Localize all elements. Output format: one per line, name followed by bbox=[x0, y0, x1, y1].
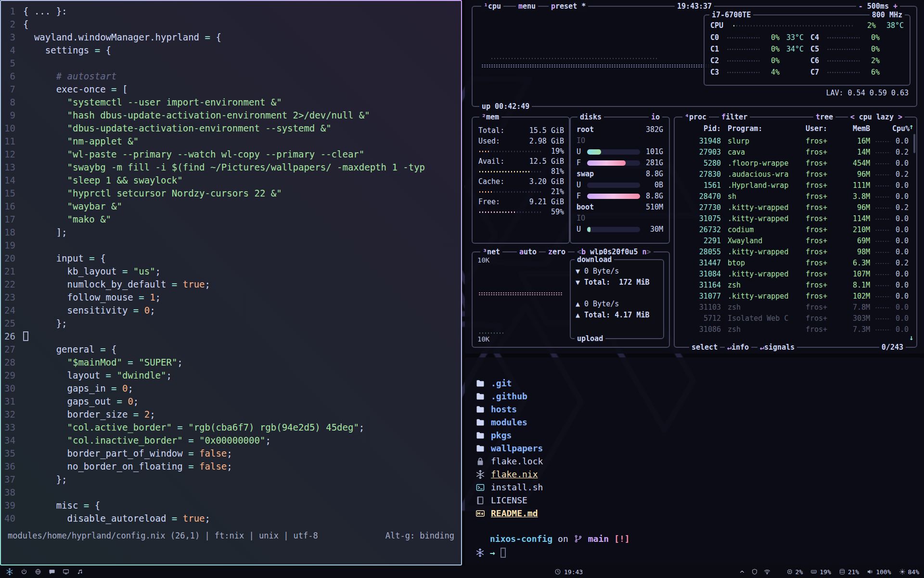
proc-row[interactable]: 27830.audacious-wrafros+96M0.2 bbox=[680, 169, 909, 180]
code-line[interactable]: 15 "hyprctl setcursor Nordzy-cursors 22 … bbox=[1, 187, 461, 200]
code-line[interactable]: 20 input = { bbox=[1, 252, 461, 265]
network-icon[interactable] bbox=[764, 568, 770, 575]
code-line[interactable]: 24 sensitivity = 0; bbox=[1, 304, 461, 317]
memory-module[interactable]: 19% bbox=[810, 568, 831, 576]
proc-tree-button[interactable]: tree bbox=[813, 112, 835, 122]
code-line[interactable]: 35 border_part_of_window = false; bbox=[1, 447, 461, 460]
proc-row[interactable]: 28055.kitty-wrappedfros+98M0.0 bbox=[680, 247, 909, 258]
proc-row[interactable]: 31447btopfros+6.3M0.2 bbox=[680, 258, 909, 269]
code-line[interactable]: 10 "dbus-update-activation-environment -… bbox=[1, 122, 461, 135]
proc-row[interactable]: 1561.Hyprland-wrapfros+111M0.0 bbox=[680, 180, 909, 191]
code-line[interactable]: 11 "nm-applet &" bbox=[1, 135, 461, 148]
code-line[interactable]: 28 "$mainMod" = "SUPER"; bbox=[1, 356, 461, 369]
prompt-input-line[interactable]: → bbox=[475, 548, 506, 558]
io-toggle[interactable]: io bbox=[649, 112, 662, 122]
proc-filter-button[interactable]: filter bbox=[719, 112, 750, 122]
code-line[interactable]: 40 disable_autoreload = true; bbox=[1, 512, 461, 525]
file-item[interactable]: install.sh bbox=[475, 481, 543, 494]
code-line[interactable]: 26 bbox=[1, 330, 461, 343]
proc-row[interactable]: 5712Isolated Web Cfros+303M0.0 bbox=[680, 313, 909, 324]
code-line[interactable]: 5 bbox=[1, 57, 461, 70]
code-line[interactable]: 34 "col.inactive_border" = "0x00000000"; bbox=[1, 434, 461, 447]
code-line[interactable]: 8 "systemctl --user import-environment &… bbox=[1, 96, 461, 109]
menu-button[interactable]: menu bbox=[516, 1, 538, 11]
code-line[interactable]: 31 gaps_out = 0; bbox=[1, 395, 461, 408]
net-auto-button[interactable]: auto bbox=[517, 247, 539, 257]
code-line[interactable]: 17 "mako &" bbox=[1, 213, 461, 226]
file-item[interactable]: wallpapers bbox=[475, 442, 543, 455]
file-item[interactable]: README.md bbox=[475, 507, 543, 520]
brightness-module[interactable]: 84% bbox=[899, 568, 919, 576]
proc-row[interactable]: 31077.kitty-wrappedfros+102M0.0 bbox=[680, 291, 909, 302]
proc-scrollbar[interactable] bbox=[913, 134, 915, 153]
code-line[interactable]: 19 bbox=[1, 239, 461, 252]
chevron-up-icon[interactable] bbox=[739, 568, 745, 575]
browser-icon[interactable] bbox=[35, 568, 41, 575]
proc-row[interactable]: 31103zshfros+7.8M0.0 bbox=[680, 302, 909, 313]
proc-info-button[interactable]: ↵info bbox=[725, 342, 751, 352]
code-line[interactable]: 14 "sleep 1 && swaylock" bbox=[1, 174, 461, 187]
clock-module[interactable]: 19:43 bbox=[554, 565, 583, 578]
code-line[interactable]: 6 # autostart bbox=[1, 70, 461, 83]
code-line[interactable]: 32 border_size = 2; bbox=[1, 408, 461, 421]
code-line[interactable]: 16 "waybar &" bbox=[1, 200, 461, 213]
proc-row[interactable]: 27903cavafros+14M0.2 bbox=[680, 147, 909, 158]
proc-row[interactable]: 31086zshfros+7.3M0.0 bbox=[680, 324, 909, 335]
volume-module[interactable]: 100% bbox=[867, 568, 891, 576]
shield-icon[interactable] bbox=[751, 568, 758, 575]
code-line[interactable]: 25 }; bbox=[1, 317, 461, 330]
file-item[interactable]: flake.nix bbox=[475, 468, 543, 481]
code-line[interactable]: 12 "wl-paste --primary --watch wl-copy -… bbox=[1, 148, 461, 161]
proc-row[interactable]: 28470shfros+3.8M0.0 bbox=[680, 191, 909, 202]
display-icon[interactable] bbox=[63, 568, 69, 575]
file-item[interactable]: LICENSE bbox=[475, 494, 543, 507]
proc-row[interactable]: 27730.kitty-wrappedfros+96M0.2 bbox=[680, 202, 909, 213]
preset-button[interactable]: preset * bbox=[549, 1, 588, 11]
proc-row[interactable]: 5280.floorp-wrappefros+454M0.0 bbox=[680, 158, 909, 169]
code-line[interactable]: 37 }; bbox=[1, 473, 461, 486]
proc-row[interactable]: 31075.kitty-wrappedfros+114M0.0 bbox=[680, 213, 909, 224]
code-line[interactable]: 21 kb_layout = "us"; bbox=[1, 265, 461, 278]
proc-row[interactable]: 31164zshfros+8.1M0.0 bbox=[680, 280, 909, 291]
code-line[interactable]: 7 exec-once = [ bbox=[1, 83, 461, 96]
code-line[interactable]: 4 settings = { bbox=[1, 44, 461, 57]
file-item[interactable]: hosts bbox=[475, 403, 543, 416]
code-line[interactable]: 2{ bbox=[1, 18, 461, 31]
proc-select-button[interactable]: select bbox=[689, 342, 720, 352]
update-interval[interactable]: - 500ms + bbox=[856, 1, 900, 11]
file-item[interactable]: flake.lock bbox=[475, 455, 543, 468]
proc-row[interactable]: 2291Xwaylandfros+69M0.0 bbox=[680, 236, 909, 247]
code-line[interactable]: 18 ]; bbox=[1, 226, 461, 239]
file-item[interactable]: .github bbox=[475, 390, 543, 403]
code-area[interactable]: 1{ ... }:2{3 wayland.windowManager.hyprl… bbox=[1, 5, 461, 525]
cpu-module[interactable]: 2% bbox=[786, 568, 803, 576]
code-line[interactable]: 9 "hash dbus-update-activation-environme… bbox=[1, 109, 461, 122]
proc-row[interactable]: 26732codiumfros+210M0.0 bbox=[680, 224, 909, 236]
code-line[interactable]: 33 "col.active_border" = "rgb(cba6f7) rg… bbox=[1, 421, 461, 434]
nix-logo-icon[interactable] bbox=[6, 568, 13, 576]
code-line[interactable]: 23 follow_mouse = 1; bbox=[1, 291, 461, 304]
file-item[interactable]: modules bbox=[475, 416, 543, 429]
code-line[interactable]: 22 numlock_by_default = true; bbox=[1, 278, 461, 291]
code-line[interactable]: 3 wayland.windowManager.hyprland = { bbox=[1, 31, 461, 44]
proc-signals-button[interactable]: ↵signals bbox=[757, 342, 797, 352]
scroll-down-arrow[interactable]: ↓ bbox=[909, 333, 913, 342]
code-line[interactable]: 39 misc = { bbox=[1, 499, 461, 512]
proc-sort-selector[interactable]: < cpu lazy > bbox=[848, 112, 905, 122]
proc-row[interactable]: 31084.kitty-wrappedfros+107M0.0 bbox=[680, 269, 909, 280]
file-item[interactable]: .git bbox=[475, 377, 543, 390]
code-line[interactable]: 27 general = { bbox=[1, 343, 461, 356]
proc-row[interactable]: 31948slurpfros+16M0.0 bbox=[680, 136, 909, 147]
disk-module[interactable]: 21% bbox=[839, 568, 859, 576]
code-line[interactable]: 38 bbox=[1, 486, 461, 499]
music-icon[interactable] bbox=[77, 568, 83, 575]
code-line[interactable]: 29 layout = "dwindle"; bbox=[1, 369, 461, 382]
net-zero-button[interactable]: zero bbox=[546, 247, 568, 257]
code-line[interactable]: 36 no_border_on_floating = false; bbox=[1, 460, 461, 473]
file-item[interactable]: pkgs bbox=[475, 429, 543, 442]
code-line[interactable]: 13 "swaybg -m fill -i $(find ~/Pictures/… bbox=[1, 161, 461, 174]
code-line[interactable]: 30 gaps_in = 0; bbox=[1, 382, 461, 395]
power-icon[interactable] bbox=[21, 568, 27, 575]
code-line[interactable]: 1{ ... }: bbox=[1, 5, 461, 18]
chat-icon[interactable] bbox=[49, 568, 55, 575]
